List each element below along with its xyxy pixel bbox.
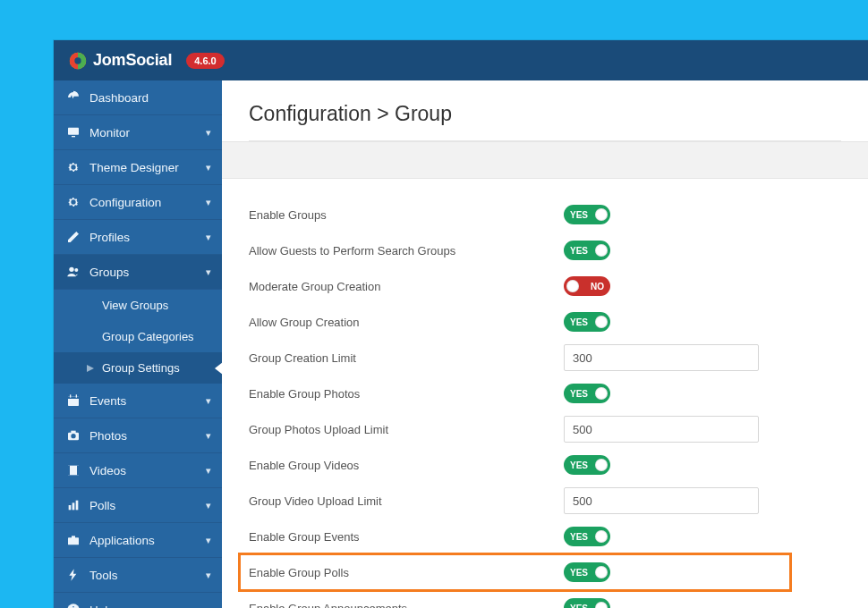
toggle-knob: [595, 387, 608, 400]
sidebar-item-profiles[interactable]: Profiles▾: [54, 220, 222, 255]
toggle-knob: [595, 602, 608, 608]
chevron-down-icon: ▾: [206, 232, 211, 243]
toggle-text: NO: [591, 282, 604, 291]
toggle-knob: [595, 459, 608, 471]
logo-icon: [68, 51, 88, 71]
brand[interactable]: JomSocial: [68, 51, 172, 71]
chevron-down-icon: ▾: [206, 162, 211, 173]
sidebar-item-label: Tools: [89, 569, 206, 582]
setting-row: Group Creation Limit: [249, 340, 841, 376]
dash-icon: [66, 90, 81, 105]
toggle-knob: [595, 530, 608, 543]
camera-icon: [66, 428, 81, 443]
sidebar-item-group-settings[interactable]: Group Settings: [54, 352, 222, 384]
brand-name: JomSocial: [93, 51, 172, 70]
sidebar-item-monitor[interactable]: Monitor▾: [54, 115, 222, 150]
toggle-enable-group-announcements[interactable]: YES: [564, 598, 610, 608]
caret-right-icon: [86, 361, 95, 376]
svg-rect-17: [69, 505, 72, 510]
input-group-video-upload-limit[interactable]: [564, 487, 759, 514]
input-group-photos-upload-limit[interactable]: [564, 416, 759, 443]
toggle-enable-group-photos[interactable]: YES: [564, 384, 610, 403]
sidebar-item-help[interactable]: Help▾: [54, 593, 222, 608]
info-icon: [66, 603, 81, 608]
chevron-down-icon: ▾: [206, 430, 211, 442]
chevron-down-icon: ▾: [206, 266, 211, 278]
page-title: Configuration > Group: [249, 102, 841, 126]
sidebar-item-label: View Groups: [102, 299, 211, 312]
setting-label: Enable Groups: [249, 208, 564, 222]
sidebar-item-applications[interactable]: Applications▾: [54, 523, 222, 558]
toggle-text: YES: [570, 389, 588, 399]
toggle-enable-group-events[interactable]: YES: [564, 527, 610, 546]
sidebar-item-tools[interactable]: Tools▾: [54, 558, 222, 593]
setting-row: Enable Group EventsYES: [249, 519, 841, 554]
chevron-down-icon: ▾: [206, 570, 211, 581]
case-icon: [66, 533, 81, 547]
svg-point-5: [74, 268, 78, 272]
edit-icon: [66, 230, 81, 244]
setting-label: Group Video Upload Limit: [249, 494, 564, 508]
svg-rect-18: [72, 502, 75, 510]
svg-rect-21: [72, 536, 75, 538]
sidebar-item-events[interactable]: Events▾: [54, 384, 222, 418]
svg-rect-13: [71, 431, 75, 434]
svg-rect-9: [70, 394, 71, 397]
setting-label: Moderate Group Creation: [249, 280, 564, 293]
sidebar-item-label: Monitor: [89, 126, 206, 139]
sidebar-item-photos[interactable]: Photos▾: [54, 418, 222, 453]
sidebar-item-groups[interactable]: Groups▾: [54, 255, 222, 290]
toggle-moderate-group-creation[interactable]: NO: [564, 276, 610, 296]
sidebar-item-theme-designer[interactable]: Theme Designer▾: [54, 150, 222, 185]
svg-rect-16: [77, 466, 79, 476]
sidebar-item-label: Dashboard: [89, 91, 211, 105]
toggle-allow-guests-to-perform-search-groups[interactable]: YES: [564, 241, 610, 260]
svg-point-4: [69, 267, 73, 272]
version-badge: 4.6.0: [186, 53, 224, 69]
main: Configuration > Group Enable GroupsYESAl…: [222, 80, 868, 608]
sidebar-item-label: Polls: [89, 499, 206, 512]
svg-rect-15: [68, 466, 70, 476]
chevron-down-icon: ▾: [206, 535, 211, 546]
sidebar-item-configuration[interactable]: Configuration▾: [54, 185, 222, 220]
sidebar-item-dashboard[interactable]: Dashboard: [54, 80, 222, 115]
chevron-down-icon: ▾: [206, 127, 211, 139]
chevron-down-icon: ▾: [206, 197, 211, 208]
settings-form: Enable GroupsYESAllow Guests to Perform …: [249, 197, 841, 608]
setting-label: Group Creation Limit: [249, 351, 564, 365]
film-icon: [66, 463, 81, 477]
toggle-knob: [566, 280, 579, 292]
gear-icon: [66, 195, 81, 209]
setting-row: Allow Group CreationYES: [249, 304, 841, 340]
sidebar-item-label: Events: [89, 394, 206, 408]
toggle-text: YES: [570, 568, 588, 578]
app-shell: JomSocial 4.6.0 DashboardMonitor▾Theme D…: [54, 40, 868, 608]
svg-rect-8: [68, 396, 79, 399]
toggle-text: YES: [570, 460, 588, 470]
toggle-knob: [595, 316, 608, 328]
toggle-enable-group-polls[interactable]: YES: [564, 562, 610, 582]
setting-row: Enable Group VideosYES: [249, 447, 841, 483]
toggle-enable-groups[interactable]: YES: [564, 205, 610, 224]
setting-row: Group Video Upload Limit: [249, 483, 841, 519]
section-header-bar: [222, 141, 868, 179]
toggle-knob: [595, 566, 608, 578]
setting-label: Group Photos Upload Limit: [249, 423, 564, 436]
sidebar-item-view-groups[interactable]: View Groups: [54, 290, 222, 321]
input-group-creation-limit[interactable]: [564, 344, 759, 371]
setting-label: Enable Group Announcements: [249, 602, 564, 609]
svg-point-1: [74, 57, 81, 63]
body: DashboardMonitor▾Theme Designer▾Configur…: [54, 80, 868, 608]
sidebar-item-label: Groups: [89, 266, 206, 279]
toggle-knob: [595, 208, 608, 221]
monitor-icon: [66, 125, 81, 139]
toggle-enable-group-videos[interactable]: YES: [564, 455, 610, 475]
setting-row: Enable Group PollsYES: [249, 554, 841, 590]
toggle-allow-group-creation[interactable]: YES: [564, 312, 610, 332]
toggle-text: YES: [570, 532, 588, 542]
sidebar-item-videos[interactable]: Videos▾: [54, 453, 222, 488]
sidebar-item-group-categories[interactable]: Group Categories: [54, 321, 222, 352]
setting-row: Enable Group PhotosYES: [249, 376, 841, 411]
sidebar-item-polls[interactable]: Polls▾: [54, 488, 222, 523]
toggle-text: YES: [570, 317, 588, 327]
